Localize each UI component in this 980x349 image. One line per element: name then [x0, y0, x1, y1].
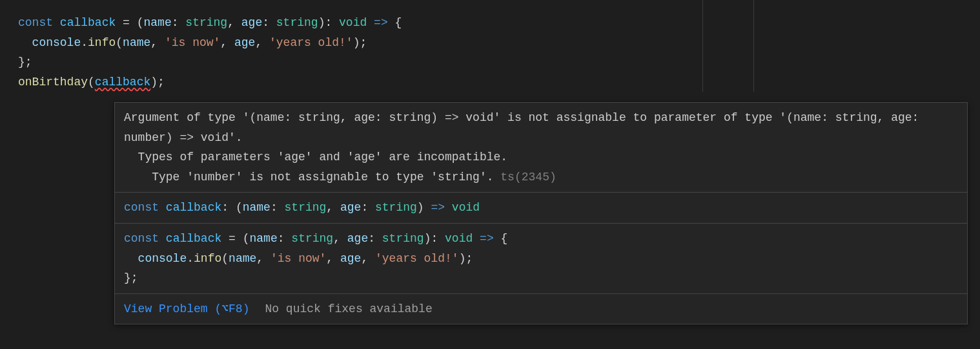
code-line-3[interactable]: };: [18, 52, 974, 72]
view-problem-link[interactable]: View Problem (⌥F8): [124, 299, 249, 319]
definition-section: const callback = (name: string, age: str…: [115, 224, 967, 294]
hover-tooltip: Argument of type '(name: string, age: st…: [114, 102, 968, 324]
code-line-1[interactable]: const callback = (name: string, age: str…: [18, 13, 974, 33]
type-signature-section: const callback: (name: string, age: stri…: [115, 193, 967, 224]
error-message-section: Argument of type '(name: string, age: st…: [115, 103, 967, 193]
error-message-line3: Type 'number' is not assignable to type …: [124, 171, 494, 184]
ruler-2: [753, 0, 754, 92]
no-quick-fix-label: No quick fixes available: [265, 299, 432, 319]
code-line-2[interactable]: console.info(name, 'is now', age, 'years…: [18, 33, 974, 53]
error-code: ts(2345): [494, 171, 556, 184]
error-token-callback[interactable]: callback: [95, 76, 150, 89]
error-message-line2: Types of parameters 'age' and 'age' are …: [124, 151, 507, 164]
hover-footer: View Problem (⌥F8) No quick fixes availa…: [115, 294, 967, 324]
code-editor[interactable]: const callback = (name: string, age: str…: [0, 0, 980, 92]
error-message-line1: Argument of type '(name: string, age: st…: [124, 111, 926, 144]
code-line-4[interactable]: onBirthday(callback);: [18, 72, 974, 92]
ruler-1: [702, 0, 703, 92]
